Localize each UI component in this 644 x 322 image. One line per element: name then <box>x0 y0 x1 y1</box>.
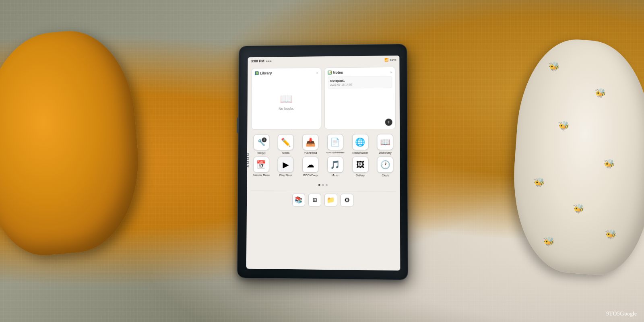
app-music[interactable]: 🎵 Music <box>325 157 346 178</box>
status-left: 3:00 PM <box>251 59 271 63</box>
status-right: 📶 53% <box>384 58 396 62</box>
app-calendar[interactable]: 📅 Calendar Memo <box>251 157 271 177</box>
library-widget-title: 📗 Library <box>255 71 272 75</box>
notes-widget-body: Notepad1 2023-07-18 14:53 + <box>328 76 392 126</box>
device-screen: 3:00 PM 📶 53% <box>246 56 400 270</box>
page-dot-1[interactable] <box>318 184 320 186</box>
calendar-label: Calendar Memo <box>253 174 270 177</box>
notes-app-icon: ✏️ <box>278 134 294 150</box>
music-icon: 🎵 <box>327 157 343 173</box>
bottom-dock: 📚 ⊞ 📁 ⚙ <box>251 190 396 208</box>
wifi-icon: 📶 <box>384 58 388 62</box>
app-row-2: 📅 Calendar Memo ▶ Play Store ☁ BOOXDrop <box>251 157 396 178</box>
neobrowser-icon: 🌐 <box>352 134 368 150</box>
side-button[interactable] <box>237 117 239 133</box>
app-pushread[interactable]: 📥 PushRead <box>300 134 321 155</box>
playstore-icon: ▶ <box>278 157 294 173</box>
booxdrop-icon: ☁ <box>302 157 318 173</box>
app-neobrowser[interactable]: 🌐 NeoBrowser <box>350 134 371 155</box>
no-books-icon: 📖 <box>280 93 293 105</box>
scan-icon: 📄 <box>327 134 343 150</box>
no-books-text: No books <box>279 107 294 111</box>
app-gallery[interactable]: 🖼 Gallery <box>350 157 371 178</box>
dock-files[interactable]: 📁 <box>324 194 337 206</box>
clock-label: Clock <box>382 174 389 178</box>
dock-library[interactable]: 📚 <box>292 194 305 206</box>
music-label: Music <box>332 174 339 177</box>
dock-settings[interactable]: ⚙ <box>341 194 353 206</box>
status-indicators <box>266 60 272 62</box>
battery-level: 53% <box>390 58 396 62</box>
library-icon: 📗 <box>255 71 259 75</box>
note-item[interactable]: Notepad1 2023-07-18 14:53 <box>328 76 392 89</box>
app-row-1: 🔧3 Tool(3) ✏️ Notes 📥 PushRead <box>251 134 396 155</box>
app-dictionary[interactable]: 📖 Dictionary <box>375 134 396 155</box>
app-scan[interactable]: 📄 Scan Documents <box>325 134 346 155</box>
notes-icon: 📝 <box>328 70 332 74</box>
app-booxdrop[interactable]: ☁ BOOXDrop <box>300 157 321 177</box>
app-tool[interactable]: 🔧3 Tool(3) <box>251 134 272 155</box>
notes-app-label: Notes <box>282 151 289 155</box>
library-arrow: > <box>316 71 318 74</box>
tool-label: Tool(3) <box>257 151 266 155</box>
dictionary-icon: 📖 <box>377 134 394 150</box>
library-widget-header: 📗 Library > <box>255 71 318 75</box>
page-indicators <box>251 182 396 188</box>
app-grid: 🔧3 Tool(3) ✏️ Notes 📥 PushRead <box>251 132 396 180</box>
widgets-row: 📗 Library > 📖 No books <box>251 67 396 130</box>
scan-label: Scan Documents <box>326 151 345 154</box>
page-dot-3[interactable] <box>325 184 327 186</box>
pushread-label: PushRead <box>304 151 317 155</box>
notes-widget[interactable]: 📝 Notes > Notepad1 2023-07-18 14:53 + <box>324 67 396 129</box>
gallery-label: Gallery <box>356 174 365 178</box>
note-date: 2023-07-18 14:53 <box>330 83 390 86</box>
library-widget[interactable]: 📗 Library > 📖 No books <box>251 68 321 130</box>
playstore-label: Play Store <box>279 174 292 177</box>
booxdrop-label: BOOXDrop <box>303 174 317 177</box>
indicator-dot-1 <box>266 60 268 62</box>
library-widget-body: 📖 No books <box>254 77 318 126</box>
status-time: 3:00 PM <box>251 59 264 63</box>
device-brand: BOOX <box>246 153 250 169</box>
watermark: 9TO5Google <box>606 311 637 317</box>
calendar-icon: 📅 <box>253 157 269 173</box>
add-note-button[interactable]: + <box>385 119 392 126</box>
pushread-icon: 📥 <box>302 134 318 150</box>
page-dot-2[interactable] <box>322 184 324 186</box>
screen-content: 📗 Library > 📖 No books <box>246 64 400 270</box>
dictionary-label: Dictionary <box>379 151 392 155</box>
app-playstore[interactable]: ▶ Play Store <box>275 157 296 177</box>
notes-widget-header: 📝 Notes > <box>328 70 392 74</box>
notes-arrow: > <box>390 70 392 74</box>
device-shell: BOOX 3:00 PM 📶 53% <box>237 44 408 280</box>
dock-apps[interactable]: ⊞ <box>308 194 321 206</box>
note-title: Notepad1 <box>330 78 390 83</box>
clock-icon: 🕐 <box>377 157 394 173</box>
app-notes[interactable]: ✏️ Notes <box>275 134 296 155</box>
gallery-icon: 🖼 <box>352 157 368 173</box>
tool-icon: 🔧3 <box>254 134 270 151</box>
notes-widget-title: 📝 Notes <box>328 70 343 74</box>
ereader-device: BOOX 3:00 PM 📶 53% <box>237 44 408 280</box>
neobrowser-label: NeoBrowser <box>352 151 368 155</box>
indicator-dot-3 <box>270 60 271 62</box>
app-clock[interactable]: 🕐 Clock <box>375 157 396 178</box>
indicator-dot-2 <box>268 60 269 62</box>
